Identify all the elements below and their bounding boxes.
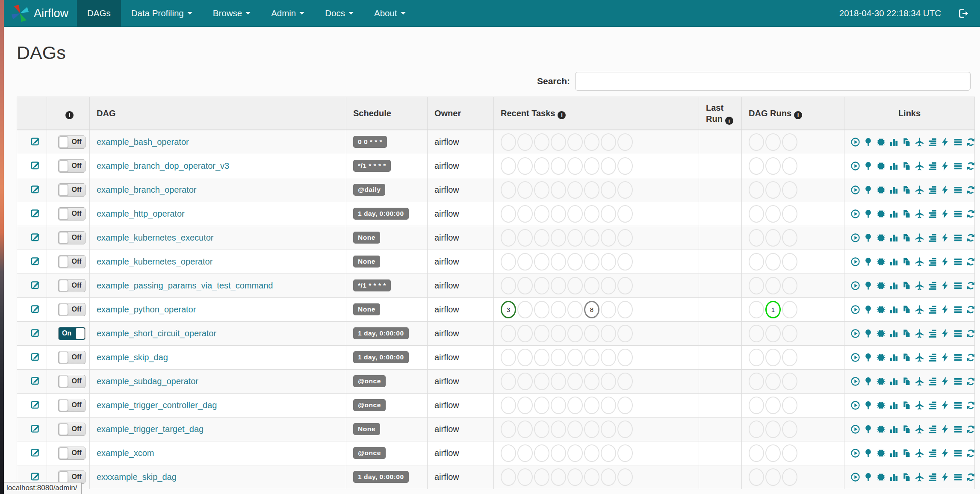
task-state-circle[interactable] xyxy=(601,373,616,390)
task-state-circle[interactable] xyxy=(567,420,583,438)
task-state-circle[interactable] xyxy=(501,444,516,462)
dag-run-state-circle[interactable] xyxy=(749,397,764,414)
edit-dag-icon[interactable] xyxy=(30,351,41,364)
edit-dag-icon[interactable] xyxy=(30,471,41,483)
code-icon[interactable] xyxy=(940,161,950,171)
refresh-icon[interactable] xyxy=(966,257,975,267)
task-tries-icon[interactable] xyxy=(902,329,912,338)
edit-dag-icon[interactable] xyxy=(30,208,41,220)
task-state-circle[interactable] xyxy=(567,373,583,390)
airflow-brand[interactable]: Airflow xyxy=(4,0,77,26)
dag-run-state-circle[interactable] xyxy=(749,205,764,223)
task-state-circle[interactable] xyxy=(534,468,549,486)
task-state-circle[interactable] xyxy=(567,468,583,486)
nav-item-admin[interactable]: Admin xyxy=(261,0,315,26)
dag-run-state-circle[interactable] xyxy=(749,253,764,271)
dag-pause-toggle[interactable]: Off xyxy=(58,183,86,197)
landing-times-icon[interactable] xyxy=(915,185,924,195)
task-state-circle[interactable] xyxy=(534,397,549,414)
task-state-circle[interactable] xyxy=(601,325,616,342)
tree-view-icon[interactable] xyxy=(863,424,873,434)
task-state-circle[interactable] xyxy=(534,133,549,151)
task-state-circle[interactable] xyxy=(517,229,533,247)
tree-view-icon[interactable] xyxy=(863,448,873,458)
landing-times-icon[interactable] xyxy=(915,376,924,386)
task-duration-icon[interactable] xyxy=(889,281,899,291)
code-icon[interactable] xyxy=(940,209,950,219)
graph-view-icon[interactable] xyxy=(876,209,886,219)
task-state-circle[interactable] xyxy=(501,420,516,438)
task-state-circle[interactable] xyxy=(567,181,583,199)
refresh-icon[interactable] xyxy=(966,161,975,171)
graph-view-icon[interactable] xyxy=(876,472,886,482)
tree-view-icon[interactable] xyxy=(863,353,873,362)
search-input[interactable] xyxy=(575,72,971,91)
task-state-circle[interactable] xyxy=(617,229,633,247)
edit-dag-icon[interactable] xyxy=(30,256,41,268)
dag-run-state-circle[interactable] xyxy=(782,373,797,390)
dag-pause-toggle[interactable]: Off xyxy=(58,159,86,173)
landing-times-icon[interactable] xyxy=(915,353,924,362)
dag-name-link[interactable]: example_xcom xyxy=(97,448,154,458)
refresh-icon[interactable] xyxy=(966,329,975,338)
task-state-circle[interactable] xyxy=(617,157,633,175)
task-tries-icon[interactable] xyxy=(902,137,912,147)
edit-dag-icon[interactable] xyxy=(30,279,41,292)
dag-pause-toggle[interactable]: Off xyxy=(58,351,86,364)
tree-view-icon[interactable] xyxy=(863,257,873,267)
task-duration-icon[interactable] xyxy=(889,400,899,410)
task-tries-icon[interactable] xyxy=(902,353,912,362)
task-state-circle[interactable] xyxy=(584,253,599,271)
dag-run-state-circle[interactable] xyxy=(765,444,781,462)
task-state-circle[interactable] xyxy=(567,205,583,223)
dag-name-link[interactable]: example_branch_dop_operator_v3 xyxy=(97,161,229,171)
task-state-circle[interactable] xyxy=(567,277,583,294)
landing-times-icon[interactable] xyxy=(915,209,924,219)
task-state-circle[interactable] xyxy=(551,373,566,390)
task-state-circle[interactable] xyxy=(567,253,583,271)
code-icon[interactable] xyxy=(940,305,950,315)
dag-pause-toggle[interactable]: Off xyxy=(58,231,86,244)
gantt-icon[interactable] xyxy=(927,424,937,434)
refresh-icon[interactable] xyxy=(966,376,975,386)
task-tries-icon[interactable] xyxy=(902,161,912,171)
task-state-circle[interactable] xyxy=(601,444,616,462)
dag-run-state-circle[interactable] xyxy=(765,325,781,342)
edit-dag-icon[interactable] xyxy=(30,303,41,316)
task-state-circle[interactable] xyxy=(517,349,533,366)
code-icon[interactable] xyxy=(940,185,950,195)
edit-dag-icon[interactable] xyxy=(30,423,41,435)
refresh-icon[interactable] xyxy=(966,305,975,315)
dag-pause-toggle[interactable]: Off xyxy=(58,375,86,388)
task-duration-icon[interactable] xyxy=(889,137,899,147)
task-state-circle[interactable] xyxy=(584,349,599,366)
dag-name-link[interactable]: example_passing_params_via_test_command xyxy=(97,281,273,290)
task-duration-icon[interactable] xyxy=(889,448,899,458)
task-state-circle[interactable] xyxy=(517,373,533,390)
dag-run-state-circle[interactable] xyxy=(749,325,764,342)
dag-pause-toggle[interactable]: Off xyxy=(58,279,86,292)
task-state-circle[interactable] xyxy=(551,468,566,486)
tree-view-icon[interactable] xyxy=(863,400,873,410)
task-state-circle[interactable] xyxy=(584,373,599,390)
landing-times-icon[interactable] xyxy=(915,161,924,171)
edit-dag-icon[interactable] xyxy=(30,160,41,172)
task-state-circle[interactable] xyxy=(501,468,516,486)
dag-name-link[interactable]: example_kubernetes_executor xyxy=(97,233,214,242)
task-state-circle[interactable] xyxy=(517,277,533,294)
landing-times-icon[interactable] xyxy=(915,448,924,458)
task-state-circle[interactable] xyxy=(551,420,566,438)
task-state-circle[interactable] xyxy=(517,325,533,342)
dag-run-state-circle[interactable] xyxy=(749,181,764,199)
logs-icon[interactable] xyxy=(953,281,963,291)
task-state-circle[interactable] xyxy=(584,229,599,247)
task-duration-icon[interactable] xyxy=(889,233,899,243)
logs-icon[interactable] xyxy=(953,376,963,386)
task-state-circle[interactable] xyxy=(617,181,633,199)
task-state-circle[interactable] xyxy=(501,133,516,151)
dag-pause-toggle[interactable]: Off xyxy=(58,207,86,221)
dag-name-link[interactable]: example_kubernetes_operator xyxy=(97,257,213,266)
task-state-circle[interactable] xyxy=(584,157,599,175)
graph-view-icon[interactable] xyxy=(876,185,886,195)
task-state-circle[interactable] xyxy=(501,253,516,271)
